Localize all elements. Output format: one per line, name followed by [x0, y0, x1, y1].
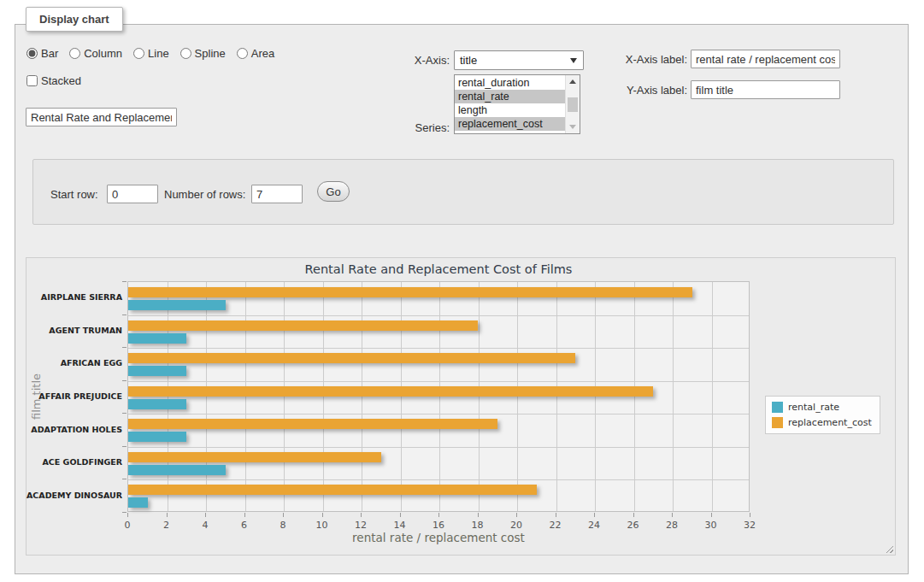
x-tick-label: 2: [152, 520, 181, 531]
series-option-length[interactable]: length: [455, 103, 565, 117]
gridline-horizontal: [128, 447, 749, 448]
x-tick-mark: [322, 513, 323, 517]
x-tick-label: 6: [230, 520, 259, 531]
chart-type-radio-bar[interactable]: [26, 48, 38, 59]
chart-type-label: Column: [84, 47, 122, 60]
x-axis-select-value: title: [460, 54, 477, 67]
legend-swatch-icon: [772, 402, 783, 413]
category-label: AFRICAN EGG: [26, 358, 122, 367]
y-tick-mark: [122, 281, 127, 282]
gridline-horizontal: [128, 315, 749, 316]
chart-type-radio-area[interactable]: [237, 48, 248, 59]
scroll-up-button[interactable]: [567, 75, 579, 88]
gridline-vertical: [284, 282, 285, 511]
chart-type-radio-line[interactable]: [133, 48, 144, 59]
x-tick-mark: [205, 513, 206, 517]
bar-rental_rate-airplane-sierra: [128, 300, 226, 310]
legend-swatch-icon: [772, 417, 783, 428]
y-tick-mark: [122, 512, 127, 513]
legend-item-rental_rate: rental_rate: [772, 402, 872, 413]
bar-replacement_cost-agent-truman: [128, 320, 478, 331]
gridline-horizontal: [128, 348, 749, 349]
gridline-vertical: [517, 282, 518, 511]
chart-x-axis-label: rental rate / replacement cost: [127, 531, 750, 544]
x-tick-label: 14: [385, 520, 415, 531]
x-axis-label-input[interactable]: [691, 50, 840, 68]
scroll-down-icon: [569, 125, 576, 129]
chart-type-bar[interactable]: Bar: [26, 47, 58, 60]
chart-type-spline[interactable]: Spline: [180, 47, 226, 60]
gridline-vertical: [168, 282, 168, 511]
x-tick-mark: [167, 513, 168, 517]
display-chart-page: BarColumnLineSplineArea Stacked X-Axis: …: [0, 0, 924, 582]
chart-type-radio-group: BarColumnLineSplineArea: [26, 47, 274, 60]
gridline-vertical: [439, 282, 440, 511]
y-tick-mark: [122, 380, 127, 381]
stacked-checkbox[interactable]: [26, 75, 38, 86]
x-tick-label: 4: [191, 520, 220, 531]
category-label: ADAPTATION HOLES: [26, 425, 122, 434]
y-tick-mark: [122, 413, 127, 414]
x-tick-mark: [283, 513, 284, 517]
chart-type-radio-column[interactable]: [69, 48, 80, 59]
chart-type-area[interactable]: Area: [237, 47, 274, 60]
stacked-option[interactable]: Stacked: [26, 74, 81, 87]
chart-type-label: Area: [251, 47, 274, 60]
x-tick-mark: [750, 513, 750, 517]
scroll-down-button[interactable]: [567, 121, 579, 133]
y-axis-label-input[interactable]: [691, 80, 840, 99]
scrollbar-thumb[interactable]: [568, 97, 578, 112]
x-tick-label: 22: [541, 520, 570, 531]
x-tick-label: 18: [463, 520, 492, 531]
number-of-rows-input[interactable]: [251, 185, 303, 203]
display-chart-panel: BarColumnLineSplineArea Stacked X-Axis: …: [15, 24, 909, 574]
gridline-vertical: [323, 282, 324, 511]
start-row-input[interactable]: [107, 185, 158, 203]
chart-title-input[interactable]: [26, 108, 177, 126]
go-button[interactable]: Go: [317, 181, 350, 202]
gridline-vertical: [712, 282, 713, 511]
stacked-checkbox-row: Stacked: [26, 74, 81, 87]
chart-type-line[interactable]: Line: [133, 47, 169, 60]
category-label: ACADEMY DINOSAUR: [26, 491, 122, 500]
bar-replacement_cost-airplane-sierra: [128, 287, 692, 297]
chart-type-label: Line: [148, 47, 169, 60]
gridline-vertical: [595, 282, 596, 511]
start-row-label: Start row:: [50, 188, 98, 201]
legend-label: rental_rate: [788, 402, 839, 413]
series-listbox[interactable]: rental_durationrental_ratelengthreplacem…: [454, 74, 580, 134]
x-tick-label: 26: [619, 520, 648, 531]
gridline-vertical: [556, 282, 557, 511]
series-option-rental_duration[interactable]: rental_duration: [455, 76, 565, 90]
bar-rental_rate-academy-dinosaur: [128, 497, 148, 508]
x-tick-mark: [438, 513, 439, 517]
category-label: AIRPLANE SIERRA: [26, 292, 122, 302]
x-axis-select-label: X-Axis:: [383, 54, 450, 67]
x-axis-select[interactable]: title: [454, 50, 584, 70]
x-tick-mark: [478, 513, 479, 517]
bar-rental_rate-adaptation-holes: [128, 432, 186, 442]
x-tick-label: 20: [502, 520, 531, 531]
chart-type-radio-spline[interactable]: [180, 48, 191, 59]
series-scrollbar[interactable]: [565, 75, 580, 133]
legend-label: replacement_cost: [788, 417, 872, 428]
gridline-vertical: [362, 282, 362, 511]
y-tick-mark: [122, 315, 127, 315]
category-label: AFFAIR PREJUDICE: [26, 391, 122, 401]
series-options: rental_durationrental_ratelengthreplacem…: [455, 76, 565, 131]
legend-item-replacement_cost: replacement_cost: [772, 417, 872, 428]
resize-grip-icon[interactable]: [884, 544, 893, 553]
chart-container: Rental Rate and Replacement Cost of Film…: [26, 257, 896, 556]
gridline-vertical: [245, 282, 246, 511]
row-controls-box: Start row: Number of rows: Go: [32, 159, 894, 225]
series-option-rental_rate[interactable]: rental_rate: [455, 90, 565, 103]
chart-legend: rental_ratereplacement_cost: [765, 396, 880, 434]
series-option-replacement_cost[interactable]: replacement_cost: [455, 117, 565, 131]
x-tick-label: 0: [113, 520, 142, 531]
stacked-label: Stacked: [41, 74, 81, 87]
scroll-up-icon: [569, 79, 576, 84]
chart-type-column[interactable]: Column: [69, 47, 122, 60]
bar-rental_rate-agent-truman: [128, 333, 186, 344]
bar-replacement_cost-affair-prejudice: [128, 386, 653, 397]
x-tick-mark: [244, 513, 245, 517]
